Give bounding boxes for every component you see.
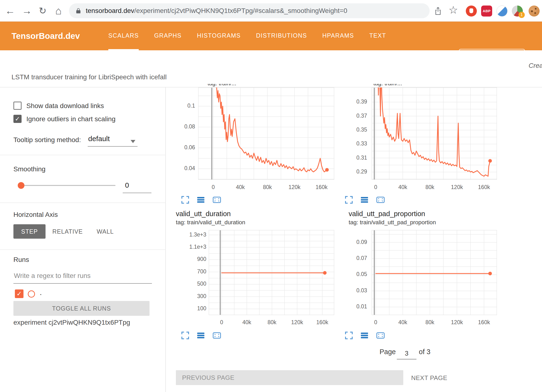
y-tick-label: 0.06 xyxy=(169,144,195,151)
sidebar-divider xyxy=(0,249,166,250)
y-tick-label: 1.3e+3 xyxy=(180,231,206,238)
run-color-swatch[interactable] xyxy=(28,290,35,298)
tooltip-sorting-select[interactable]: default xyxy=(88,135,110,143)
toggle-runs-icon[interactable] xyxy=(196,331,206,341)
y-tick-label: 0.05 xyxy=(341,271,367,277)
run-name: . xyxy=(40,288,42,297)
tooltip-sorting-underline xyxy=(88,146,138,147)
y-tick-label: 1.1e+3 xyxy=(180,244,206,250)
fit-domain-icon[interactable] xyxy=(212,196,222,205)
share-icon[interactable] xyxy=(434,7,442,16)
next-page-button[interactable]: NEXT PAGE xyxy=(411,374,447,382)
series-end-dot xyxy=(323,271,327,275)
clipped-chart-tag: tag: train/... xyxy=(373,84,455,87)
x-tick-label: 40k xyxy=(392,319,414,326)
forward-button[interactable]: → xyxy=(20,0,34,22)
experiment-description: LSTM transducer training for LibriSpeech… xyxy=(12,73,167,81)
expand-chart-icon[interactable] xyxy=(181,331,190,341)
smoothing-label: Smoothing xyxy=(13,165,46,173)
toggle-runs-icon[interactable] xyxy=(360,331,370,341)
y-tick-label: 0.04 xyxy=(169,165,195,172)
send-feedback-button[interactable]: SEND FEEDBACK xyxy=(459,49,525,65)
extension-icon-pie[interactable]: 1 xyxy=(512,6,523,17)
page-number-input[interactable]: 3 xyxy=(397,350,416,357)
bookmark-star-icon[interactable]: ☆ xyxy=(449,4,458,16)
series-end-dot xyxy=(488,159,492,163)
reload-button[interactable]: ↻ xyxy=(36,0,49,22)
y-tick-label: 100 xyxy=(180,305,206,312)
fit-domain-icon[interactable] xyxy=(376,196,386,205)
toggle-all-runs-button[interactable]: TOGGLE ALL RUNS xyxy=(13,301,150,316)
tab-hparams[interactable]: HPARAMS xyxy=(322,22,354,50)
expand-chart-icon[interactable] xyxy=(345,196,354,205)
chart-tag: tag: train/valid_utt_pad_proportion xyxy=(349,219,436,226)
x-tick-label: 0 xyxy=(365,319,386,326)
scalar-chart-plot[interactable] xyxy=(372,230,497,315)
fit-domain-icon[interactable] xyxy=(212,331,222,341)
sidebar-divider xyxy=(0,202,166,203)
cookie-icon[interactable] xyxy=(529,6,540,17)
tab-text[interactable]: TEXT xyxy=(369,22,386,50)
x-tick-label: 160k xyxy=(473,184,495,190)
tab-graphs[interactable]: GRAPHS xyxy=(154,22,182,50)
axis-button-step[interactable]: STEP xyxy=(13,224,46,239)
y-tick-label: 0.07 xyxy=(341,255,367,261)
notification-badge: 1 xyxy=(519,12,525,18)
tab-histograms[interactable]: HISTOGRAMS xyxy=(197,22,241,50)
app-header: TensorBoard.dev SCALARS GRAPHS HISTOGRAM… xyxy=(0,22,542,50)
axis-button-relative[interactable]: RELATIVE xyxy=(48,224,87,239)
back-button[interactable]: ← xyxy=(3,0,17,22)
home-button[interactable]: ⌂ xyxy=(52,0,65,22)
x-tick-label: 160k xyxy=(473,319,495,326)
fit-domain-icon[interactable] xyxy=(376,331,386,341)
smoothing-value-input[interactable]: 0 xyxy=(120,181,134,189)
sidebar-divider xyxy=(0,155,166,155)
x-tick-label: 120k xyxy=(446,184,468,190)
nav-tabs: SCALARS GRAPHS HISTOGRAMS DISTRIBUTIONS … xyxy=(108,22,386,50)
smoothing-slider-thumb[interactable] xyxy=(18,182,24,189)
experiment-name: experiment cj2vtPiwQHKN9Q1tx6PTpg xyxy=(13,319,130,326)
x-tick-label: 0 xyxy=(202,184,224,190)
y-tick-label: 0.33 xyxy=(341,140,367,147)
run-checkbox[interactable]: ✓ xyxy=(15,289,23,298)
lock-icon xyxy=(75,8,81,14)
chart-title: valid_utt_pad_proportion xyxy=(349,210,425,218)
adblock-extension-icon[interactable] xyxy=(466,6,477,17)
series-end-dot xyxy=(325,168,329,172)
scalar-chart-plot[interactable] xyxy=(209,230,334,315)
x-tick-label: 0 xyxy=(365,184,386,190)
chart-tag: tag: train/valid_utt_duration xyxy=(176,219,245,226)
toggle-runs-icon[interactable] xyxy=(196,196,206,205)
tab-distributions[interactable]: DISTRIBUTIONS xyxy=(256,22,307,50)
app-brand[interactable]: TensorBoard.dev xyxy=(12,22,80,50)
expand-chart-icon[interactable] xyxy=(181,196,190,205)
y-tick-label: 0.09 xyxy=(341,239,367,245)
y-tick-label: 0.37 xyxy=(341,113,367,119)
abp-extension-icon[interactable]: ABP xyxy=(481,6,492,17)
tooltip-sorting-label: Tooltip sorting method: xyxy=(13,136,81,144)
cookie-chip xyxy=(535,8,536,10)
url-bar[interactable]: tensorboard.dev/experiment/cj2vtPiwQHKN9… xyxy=(69,3,430,18)
y-tick-label: 900 xyxy=(180,256,206,262)
smoothing-slider-track[interactable] xyxy=(19,185,115,186)
y-tick-label: 0.31 xyxy=(341,155,367,161)
x-tick-label: 40k xyxy=(230,184,251,190)
chart-title: valid_utt_duration xyxy=(176,210,231,218)
extension-icon-blue[interactable] xyxy=(496,6,507,17)
hand-icon xyxy=(469,8,473,13)
show-download-checkbox[interactable] xyxy=(13,102,22,110)
browser-toolbar: ← → ↻ ⌂ tensorboard.dev/experiment/cj2vt… xyxy=(0,0,542,22)
scalar-chart-plot[interactable] xyxy=(198,87,334,180)
tab-scalars[interactable]: SCALARS xyxy=(108,22,139,50)
url-domain: tensorboard.dev xyxy=(86,7,134,15)
previous-page-button[interactable]: PREVIOUS PAGE xyxy=(176,370,403,385)
show-download-label: Show data download links xyxy=(26,102,104,110)
expand-chart-icon[interactable] xyxy=(345,331,354,341)
x-tick-label: 160k xyxy=(311,184,332,190)
runs-filter-input[interactable] xyxy=(13,270,151,281)
scalar-chart-plot[interactable] xyxy=(372,87,497,180)
chevron-down-icon[interactable] xyxy=(131,140,135,143)
axis-button-wall[interactable]: WALL xyxy=(92,224,118,239)
ignore-outliers-checkbox[interactable]: ✓ xyxy=(13,115,22,123)
toggle-runs-icon[interactable] xyxy=(360,196,370,205)
